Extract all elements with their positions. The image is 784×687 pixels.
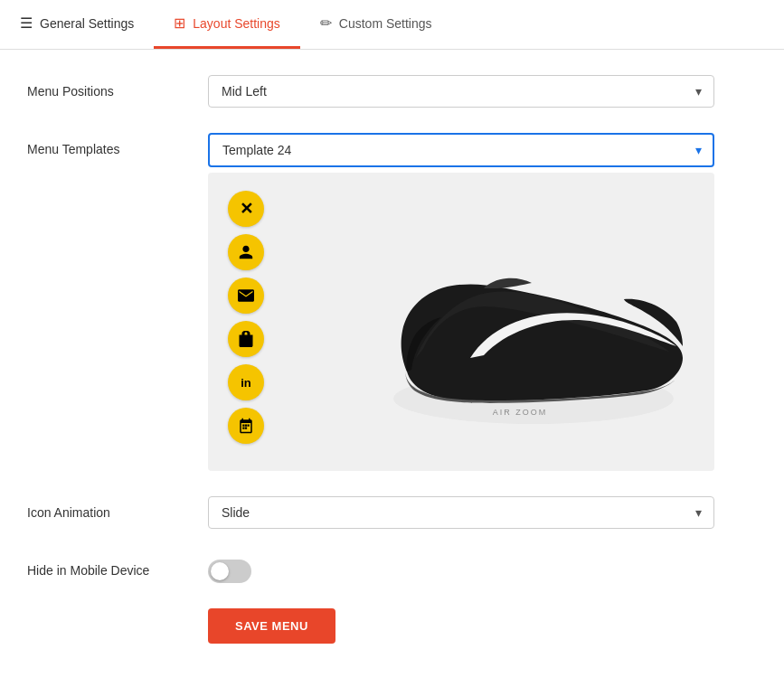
menu-positions-wrapper: Mid Left Top Left Top Right Bottom Left …	[208, 75, 714, 108]
menu-templates-wrapper: Template 24 Template 1 Template 2 Templa…	[208, 133, 714, 167]
icon-animation-wrapper: Slide Fade Bounce None ▾	[208, 496, 714, 529]
user-icon-btn[interactable]	[228, 234, 264, 270]
save-row: SAVE MENU	[27, 608, 757, 644]
menu-positions-control: Mid Left Top Left Top Right Bottom Left …	[208, 75, 714, 108]
content-area: Menu Positions Mid Left Top Left Top Rig…	[0, 50, 784, 687]
svg-rect-4	[245, 428, 247, 429]
icon-animation-control: Slide Fade Bounce None ▾	[208, 496, 714, 529]
hide-mobile-toggle[interactable]	[208, 560, 251, 583]
menu-positions-label: Menu Positions	[27, 75, 208, 99]
menu-templates-control: Template 24 Template 1 Template 2 Templa…	[208, 133, 714, 471]
menu-positions-row: Menu Positions Mid Left Top Left Top Rig…	[27, 75, 757, 108]
tab-general-label: General Settings	[40, 16, 134, 31]
email-icon-btn[interactable]	[228, 278, 264, 314]
toggle-slider	[208, 560, 251, 583]
tab-layout[interactable]: ⊞ Layout Settings	[154, 0, 300, 49]
tab-custom[interactable]: ✏ Custom Settings	[300, 0, 452, 49]
shoe-preview-image: AIR ZOOM	[344, 191, 705, 453]
menu-templates-select[interactable]: Template 24 Template 1 Template 2 Templa…	[208, 133, 714, 167]
grid-icon: ⊞	[174, 14, 185, 32]
tab-general[interactable]: ☰ General Settings	[0, 0, 154, 49]
side-icon-list: ✕ in	[228, 191, 264, 444]
hamburger-icon: ☰	[20, 14, 33, 32]
hide-mobile-label: Hide in Mobile Device	[27, 554, 208, 578]
menu-positions-select[interactable]: Mid Left Top Left Top Right Bottom Left …	[208, 75, 714, 108]
tab-layout-label: Layout Settings	[193, 16, 280, 31]
linkedin-icon-btn[interactable]: in	[228, 364, 264, 400]
svg-rect-2	[248, 425, 250, 427]
svg-text:AIR ZOOM: AIR ZOOM	[493, 408, 548, 417]
tab-bar: ☰ General Settings ⊞ Layout Settings ✏ C…	[0, 0, 784, 50]
svg-rect-3	[242, 428, 244, 429]
template-preview: ✕ in	[208, 173, 714, 471]
hide-mobile-control	[208, 554, 714, 583]
bag-icon-btn[interactable]	[228, 321, 264, 357]
icon-animation-row: Icon Animation Slide Fade Bounce None ▾	[27, 496, 757, 529]
hide-mobile-row: Hide in Mobile Device	[27, 554, 757, 583]
icon-animation-select[interactable]: Slide Fade Bounce None	[208, 496, 714, 529]
svg-rect-1	[245, 425, 247, 427]
save-spacer	[27, 608, 208, 617]
save-control: SAVE MENU	[208, 608, 714, 644]
calendar-icon-btn[interactable]	[228, 408, 264, 444]
toggle-wrapper	[208, 554, 714, 583]
pencil-icon: ✏	[320, 14, 332, 32]
save-button[interactable]: SAVE MENU	[208, 608, 335, 644]
close-icon-btn[interactable]: ✕	[228, 191, 264, 227]
svg-rect-0	[242, 425, 244, 427]
icon-animation-label: Icon Animation	[27, 496, 208, 520]
menu-templates-label: Menu Templates	[27, 133, 208, 156]
tab-custom-label: Custom Settings	[339, 16, 432, 31]
menu-templates-row: Menu Templates Template 24 Template 1 Te…	[27, 133, 757, 471]
